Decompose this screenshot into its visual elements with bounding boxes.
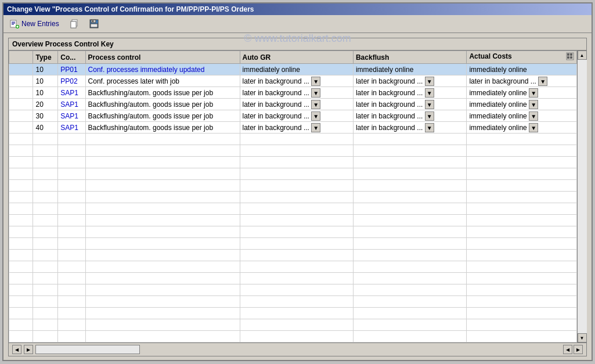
empty-cell <box>353 203 466 215</box>
autogr-dropdown[interactable]: ▼ <box>311 88 320 98</box>
empty-cell <box>58 238 85 250</box>
empty-cell <box>467 157 577 168</box>
row-backflush: immediately online <box>353 64 466 75</box>
empty-cell <box>9 284 33 296</box>
empty-cell <box>467 319 577 331</box>
hscroll-right-button[interactable]: ▶ <box>24 345 33 354</box>
empty-cell <box>85 145 240 157</box>
backflush-dropdown[interactable]: ▼ <box>425 111 434 121</box>
scroll-track[interactable] <box>578 60 587 333</box>
empty-cell <box>353 215 466 226</box>
empty-cell <box>353 134 466 145</box>
empty-row <box>9 157 577 168</box>
backflush-dropdown[interactable]: ▼ <box>425 123 434 132</box>
empty-cell <box>33 250 58 261</box>
empty-cell <box>9 215 33 226</box>
hscroll-right-btn2[interactable]: ◀ <box>563 345 572 354</box>
new-entries-button[interactable]: New Entries <box>7 17 62 30</box>
empty-cell <box>33 134 58 145</box>
row-autogr: later in background ... ▼ <box>240 75 353 87</box>
horizontal-scroll-track[interactable] <box>35 345 140 354</box>
hscroll-right-btn3[interactable]: ▶ <box>574 345 583 354</box>
actual-dropdown[interactable]: ▼ <box>529 88 538 98</box>
title-bar: Change View "Process Control of Confirma… <box>3 3 592 15</box>
svg-rect-12 <box>92 20 93 22</box>
empty-cell <box>9 250 33 261</box>
col-header-backflush: Backflush <box>353 51 466 64</box>
row-actual: immediately online ▼ <box>467 122 577 134</box>
backflush-dropdown[interactable]: ▼ <box>425 88 434 98</box>
co-link[interactable]: PP01 <box>60 66 77 74</box>
row-checkbox-cell <box>9 110 33 122</box>
empty-cell <box>85 192 240 203</box>
actual-dropdown[interactable]: ▼ <box>538 77 547 86</box>
autogr-value: later in background ... <box>243 124 309 132</box>
row-process[interactable]: Conf. processes immediately updated <box>85 64 240 75</box>
save-icon <box>89 19 99 28</box>
main-window: Change View "Process Control of Confirma… <box>2 2 593 361</box>
autogr-dropdown[interactable]: ▼ <box>311 100 320 109</box>
empty-cell <box>85 168 240 180</box>
row-autogr: later in background ... ▼ <box>240 99 353 110</box>
table-header-row: Type Co... Process control Auto GR Backf… <box>9 51 577 64</box>
new-entries-label: New Entries <box>21 20 59 28</box>
empty-row <box>9 273 577 284</box>
empty-cell <box>467 145 577 157</box>
empty-cell <box>353 238 466 250</box>
bottom-right-scroll: ◀ ▶ <box>563 345 583 354</box>
empty-row <box>9 145 577 157</box>
empty-cell <box>467 273 577 284</box>
svg-rect-13 <box>91 24 98 27</box>
actual-dropdown[interactable]: ▼ <box>529 100 538 109</box>
actual-value: immediately online <box>469 124 527 132</box>
scroll-down-button[interactable]: ▼ <box>578 333 587 343</box>
actual-dropdown[interactable]: ▼ <box>529 111 538 121</box>
row-process: Conf. processes later with job <box>85 75 240 87</box>
empty-cell <box>58 319 85 331</box>
data-table: Type Co... Process control Auto GR Backf… <box>9 51 577 343</box>
empty-cell <box>9 331 33 343</box>
column-settings-icon[interactable] <box>566 52 574 62</box>
empty-cell <box>58 296 85 308</box>
copy-button[interactable] <box>67 17 82 30</box>
co-link[interactable]: PP02 <box>60 77 77 85</box>
hscroll-left-button[interactable]: ◀ <box>12 345 21 354</box>
empty-cell <box>353 168 466 180</box>
autogr-dropdown[interactable]: ▼ <box>311 111 320 121</box>
svg-rect-15 <box>567 53 569 56</box>
vertical-scrollbar[interactable]: ▲ ▼ <box>577 51 586 343</box>
empty-cell <box>240 319 353 331</box>
empty-cell <box>85 238 240 250</box>
autogr-value: later in background ... <box>243 89 309 97</box>
backflush-value: later in background ... <box>356 77 423 85</box>
scroll-up-button[interactable]: ▲ <box>578 51 587 60</box>
empty-cell <box>9 273 33 284</box>
autogr-dropdown[interactable]: ▼ <box>311 77 320 86</box>
empty-cell <box>353 157 466 168</box>
empty-cell <box>33 192 58 203</box>
actual-dropdown[interactable]: ▼ <box>529 123 538 132</box>
co-link[interactable]: SAP1 <box>60 124 78 132</box>
empty-cell <box>33 261 58 273</box>
table-row: 30SAP1Backflushing/autom. goods issue pe… <box>9 110 577 122</box>
backflush-dropdown[interactable]: ▼ <box>425 100 434 109</box>
empty-cell <box>9 319 33 331</box>
autogr-dropdown[interactable]: ▼ <box>311 123 320 132</box>
svg-rect-9 <box>71 21 76 28</box>
empty-cell <box>33 145 58 157</box>
empty-cell <box>85 226 240 238</box>
backflush-dropdown[interactable]: ▼ <box>425 77 434 86</box>
actual-value: immediately online <box>469 100 527 109</box>
co-link[interactable]: SAP1 <box>60 112 78 120</box>
row-type: 30 <box>33 110 58 122</box>
empty-cell <box>9 203 33 215</box>
row-process: Backflushing/autom. goods issue per job <box>85 99 240 110</box>
co-link[interactable]: SAP1 <box>60 89 78 97</box>
empty-cell <box>240 226 353 238</box>
save-button[interactable] <box>86 17 102 30</box>
empty-cell <box>9 145 33 157</box>
row-autogr: later in background ... ▼ <box>240 110 353 122</box>
empty-row <box>9 284 577 296</box>
empty-cell <box>240 308 353 319</box>
co-link[interactable]: SAP1 <box>60 100 78 109</box>
